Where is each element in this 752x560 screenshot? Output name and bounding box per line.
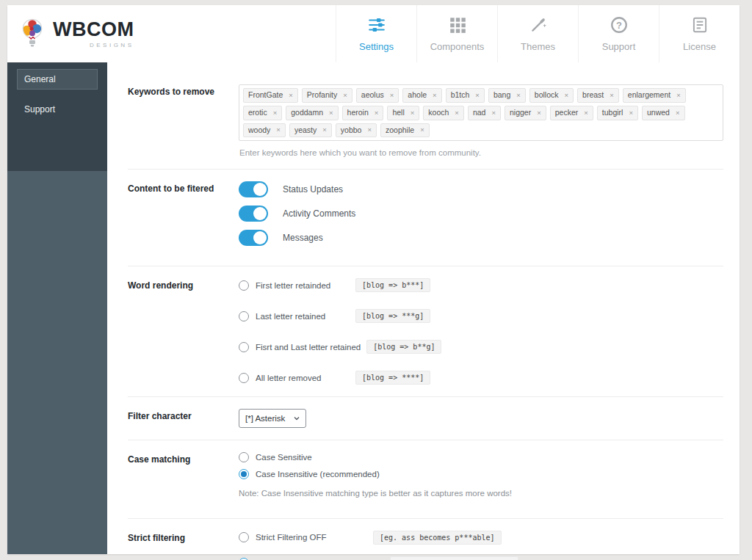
remove-tag-button[interactable]: × — [676, 108, 680, 118]
keyword-tag-label: yeasty — [294, 125, 317, 137]
chevron-down-icon — [293, 415, 300, 422]
remove-tag-button[interactable]: × — [584, 108, 588, 118]
toggle-status-updates[interactable] — [239, 181, 268, 197]
keyword-tag-label: heroin — [347, 107, 369, 119]
strict-filtering-section: Strict filtering Strict Filtering OFF[eg… — [128, 519, 723, 560]
tab-components[interactable]: Components — [416, 5, 497, 62]
toggle-row: Status Updates — [239, 181, 723, 197]
main-wrap: GeneralSupport Keywords to remove FrontG… — [7, 62, 740, 554]
keywords-label: Keywords to remove — [128, 84, 239, 157]
keyword-tag-label: unwed — [647, 107, 670, 119]
tab-themes[interactable]: Themes — [497, 5, 578, 62]
radio-label: Case Insensitive (recommended) — [256, 470, 380, 479]
keyword-tag: bang× — [488, 88, 526, 103]
radio-label: All letter removed — [256, 374, 350, 382]
keywords-section: Keywords to remove FrontGate×Profanity×a… — [128, 73, 723, 169]
remove-tag-button[interactable]: × — [367, 125, 372, 135]
toggle-label: Activity Comments — [283, 208, 355, 219]
keyword-tag-label: nad — [473, 107, 486, 119]
case-matching-section: Case matching Case SensitiveCase Insensi… — [128, 440, 723, 518]
remove-tag-button[interactable]: × — [411, 108, 415, 118]
keyword-tag: FrontGate× — [243, 88, 298, 103]
radio-case-sensitive[interactable] — [239, 452, 249, 462]
radio-strict-filtering-off[interactable] — [239, 532, 249, 542]
keyword-tag: b1tch× — [446, 88, 485, 103]
example-chip: [eg. ass becomes passable] — [390, 556, 518, 560]
example-chip: [blog => b**g] — [366, 340, 441, 354]
keyword-tag-label: tubgirl — [602, 107, 623, 119]
option-last-letter-retained: Last letter retained[blog => ***g] — [239, 309, 723, 323]
radio-all-letter-removed[interactable] — [239, 373, 249, 383]
tab-label: Support — [602, 41, 636, 52]
remove-tag-button[interactable]: × — [289, 90, 293, 101]
toggle-messages[interactable] — [239, 230, 268, 246]
tab-label: License — [683, 41, 716, 52]
remove-tag-button[interactable]: × — [322, 125, 327, 135]
keywords-input[interactable]: FrontGate×Profanity×aeolus×ahole×b1tch×b… — [239, 84, 723, 141]
example-chip: [blog => ***g] — [355, 309, 430, 323]
keyword-tag: yobbo× — [336, 123, 377, 138]
keyword-tag: kooch× — [423, 106, 464, 120]
remove-tag-button[interactable]: × — [329, 108, 333, 118]
content-filter-label: Content to be fitered — [128, 181, 239, 254]
remove-tag-button[interactable]: × — [375, 108, 379, 118]
case-matching-note: Note: Case Insensitive matching type is … — [239, 489, 723, 498]
keyword-tag-label: b1tch — [451, 90, 470, 101]
keyword-tag-label: enlargement — [628, 90, 670, 101]
remove-tag-button[interactable]: × — [629, 108, 633, 118]
keyword-tag: erotic× — [243, 106, 282, 120]
remove-tag-button[interactable]: × — [491, 108, 496, 118]
keyword-tag: breast× — [577, 88, 619, 103]
radio-fisrt-and-last-letter-retained[interactable] — [239, 342, 249, 352]
toggle-activity-comments[interactable] — [239, 206, 268, 222]
remove-tag-button[interactable]: × — [516, 90, 521, 101]
keyword-tag: zoophile× — [380, 123, 430, 138]
remove-tag-button[interactable]: × — [475, 90, 480, 101]
remove-tag-button[interactable]: × — [276, 125, 281, 135]
tab-label: Components — [430, 41, 485, 52]
word-rendering-section: Word rendering First letter retainded[bl… — [128, 266, 723, 396]
keyword-tag-label: pecker — [555, 107, 579, 119]
remove-tag-button[interactable]: × — [455, 108, 459, 118]
remove-tag-button[interactable]: × — [610, 90, 614, 101]
tab-settings[interactable]: Settings — [336, 5, 416, 62]
sidebar-item-support[interactable]: Support — [7, 98, 107, 120]
remove-tag-button[interactable]: × — [390, 90, 394, 101]
keyword-tag: pecker× — [550, 106, 593, 120]
case-matching-label: Case matching — [128, 452, 239, 506]
toggle-label: Messages — [283, 233, 323, 243]
radio-label: Last letter retained — [256, 312, 350, 321]
option-fisrt-and-last-letter-retained: Fisrt and Last letter retained[blog => b… — [239, 340, 723, 354]
plugin-settings-panel: WBCOM DESIGNS SettingsComponentsThemes?S… — [7, 5, 740, 554]
top-bar: WBCOM DESIGNS SettingsComponentsThemes?S… — [7, 5, 740, 62]
brand-subtitle: DESIGNS — [53, 42, 134, 48]
tab-license[interactable]: License — [659, 5, 740, 62]
option-all-letter-removed: All letter removed[blog => ****] — [239, 371, 723, 385]
keyword-tag: yeasty× — [289, 123, 332, 138]
option-strict-filtering-off: Strict Filtering OFF[eg. ass becomes p**… — [239, 531, 723, 545]
radio-case-insensitive-recommended[interactable] — [239, 469, 249, 479]
remove-tag-button[interactable]: × — [564, 90, 568, 101]
svg-text:?: ? — [616, 20, 622, 31]
remove-tag-button[interactable]: × — [676, 90, 681, 101]
remove-tag-button[interactable]: × — [433, 90, 437, 101]
radio-first-letter-retainded[interactable] — [239, 280, 249, 291]
keyword-tag-label: erotic — [248, 107, 267, 119]
keyword-tag-label: zoophile — [386, 125, 414, 137]
content-filter-section: Content to be fitered Status UpdatesActi… — [128, 170, 723, 266]
remove-tag-button[interactable]: × — [420, 125, 424, 135]
option-case-insensitive-recommended: Case Insensitive (recommended) — [239, 469, 723, 479]
keyword-tag: nigger× — [505, 106, 546, 120]
keyword-tag-label: ahole — [408, 90, 427, 101]
toggle-label: Status Updates — [283, 184, 343, 194]
remove-tag-button[interactable]: × — [343, 90, 347, 101]
radio-last-letter-retained[interactable] — [239, 311, 249, 321]
radio-label: Strict Filtering OFF — [256, 533, 367, 542]
keyword-tag-label: goddamn — [291, 107, 323, 119]
filter-character-select[interactable]: [*] Asterisk — [239, 409, 306, 428]
sidebar-item-general[interactable]: General — [17, 69, 98, 90]
keyword-tag: hell× — [387, 106, 419, 120]
remove-tag-button[interactable]: × — [537, 108, 541, 118]
tab-support[interactable]: ?Support — [578, 5, 659, 62]
remove-tag-button[interactable]: × — [273, 108, 278, 118]
